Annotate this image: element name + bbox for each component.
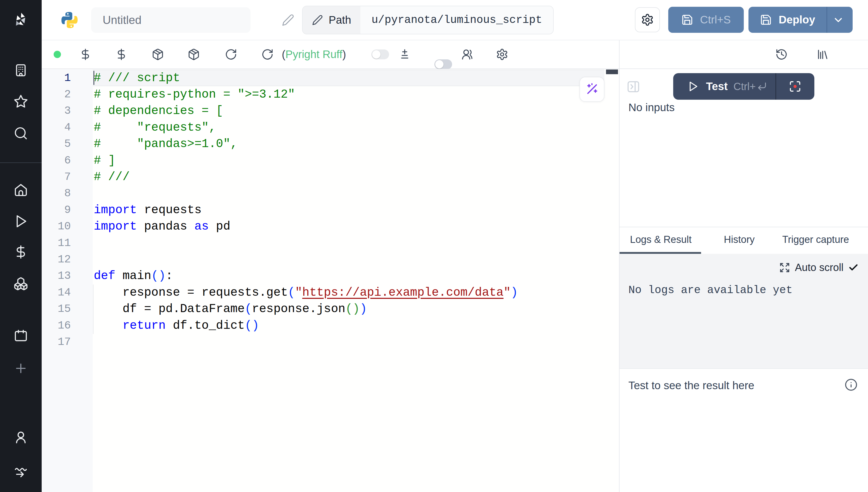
code-line[interactable]: 11 (42, 235, 619, 251)
code-line[interactable]: 9import requests (42, 202, 619, 218)
auto-scroll-toggle[interactable]: Auto scroll (779, 262, 859, 273)
code-line[interactable]: 1# /// script (42, 70, 619, 86)
variables-dollar-icon[interactable] (79, 48, 92, 60)
test-label: Test (706, 80, 728, 93)
auto-scroll-label: Auto scroll (795, 262, 844, 273)
code-line[interactable]: 6# ] (42, 152, 619, 169)
code-text: # requires-python = ">=3.12" (71, 88, 295, 101)
test-shortcut: Ctrl+ (733, 81, 767, 92)
text-cursor (94, 71, 94, 85)
multiplayer-toggle[interactable] (434, 59, 452, 69)
package-icon[interactable] (151, 48, 164, 60)
search-icon[interactable] (14, 126, 28, 141)
path-value[interactable]: u/pyranota/luminous_script (360, 6, 553, 34)
code-line[interactable]: 10import pandas as pd (42, 218, 619, 235)
package-icon[interactable] (188, 48, 200, 60)
line-number: 13 (42, 270, 71, 282)
capture-focus-icon (789, 80, 801, 93)
favorites-star-icon[interactable] (14, 94, 28, 109)
ai-assistant-button[interactable] (579, 77, 604, 102)
script-path-field[interactable]: Path u/pyranota/luminous_script (302, 6, 554, 34)
no-inputs-message: No inputs (628, 101, 675, 114)
user-account-icon[interactable] (14, 430, 28, 445)
diff-mode-toggle[interactable] (371, 49, 389, 59)
save-shortcut-label: Ctrl+S (700, 14, 731, 26)
editor-settings-gear-icon[interactable] (496, 48, 508, 60)
code-line[interactable]: 16 return df.to_dict() (42, 317, 619, 334)
add-plus-icon[interactable] (14, 361, 28, 376)
workspace-icon[interactable] (14, 63, 28, 78)
resources-dollar-icon[interactable] (115, 48, 128, 60)
code-editor[interactable]: 1# /// script2# requires-python = ">=3.1… (42, 69, 619, 492)
plus-minus-diff-icon (399, 48, 411, 60)
resources-boxes-icon[interactable] (14, 276, 28, 291)
toggle-knob (372, 50, 381, 58)
app-sidebar (0, 0, 42, 492)
edit-path-pencil-icon (312, 15, 323, 25)
result-hint-message: Test to see the result here (628, 379, 754, 392)
code-line[interactable]: 5# "pandas>=1.0", (42, 136, 619, 152)
sidebar-divider (0, 163, 42, 163)
deploy-button[interactable]: Deploy (748, 7, 853, 33)
result-section: Test to see the result here (620, 368, 868, 492)
line-number: 12 (42, 253, 71, 266)
script-title-input[interactable]: Untitled (91, 7, 250, 33)
code-text: import requests (71, 203, 201, 217)
variables-dollar-icon[interactable] (14, 245, 28, 259)
toggle-knob (435, 60, 443, 69)
code-line[interactable]: 17 (42, 334, 619, 350)
code-text: def main(): (71, 269, 173, 283)
indent-guide (93, 285, 94, 334)
script-title-value: Untitled (103, 14, 141, 27)
deploy-options-chevron-down-icon[interactable] (832, 14, 844, 26)
line-number: 3 (42, 105, 71, 117)
capture-test-button[interactable] (776, 80, 814, 93)
python-language-icon (61, 11, 78, 29)
deploy-save-icon (760, 14, 772, 26)
code-text: # dependencies = [ (71, 104, 223, 118)
tab-history[interactable]: History (717, 227, 762, 254)
collapse-panel-icon[interactable] (626, 79, 641, 94)
code-line[interactable]: 8 (42, 186, 619, 202)
refresh-icon[interactable] (261, 48, 274, 60)
tab-trigger-capture[interactable]: Trigger capture (775, 227, 856, 254)
line-number: 14 (42, 286, 71, 299)
runs-play-icon[interactable] (14, 214, 28, 228)
code-line[interactable]: 15 df = pd.DataFrame(response.json()) (42, 301, 619, 317)
test-panel: Test Ctrl+ No inputs Logs & ResultHistor… (619, 40, 868, 492)
return-key-icon (757, 81, 767, 92)
code-line[interactable]: 13def main(): (42, 268, 619, 284)
info-icon[interactable] (845, 378, 858, 391)
top-header: Untitled Path u/pyranota/luminous_script… (42, 0, 868, 40)
magic-wand-icon (585, 82, 599, 96)
gear-icon (641, 13, 654, 26)
code-text: # "pandas>=1.0", (71, 137, 238, 151)
editor-scrollbar-thumb[interactable] (606, 70, 618, 74)
line-number: 5 (42, 138, 71, 150)
code-line[interactable]: 7# /// (42, 169, 619, 185)
home-icon[interactable] (14, 183, 28, 197)
code-line[interactable]: 3# dependencies = [ (42, 103, 619, 119)
code-line[interactable]: 12 (42, 251, 619, 268)
line-number: 1 (42, 72, 71, 84)
test-run-button[interactable]: Test Ctrl+ (673, 73, 814, 100)
line-number: 15 (42, 303, 71, 315)
code-text: # /// script (71, 71, 180, 85)
edit-title-pencil-icon[interactable] (282, 14, 294, 26)
status-dot (54, 51, 61, 58)
code-line[interactable]: 4# "requests", (42, 119, 619, 136)
lint-status-label: (Pyright Ruff) (282, 48, 346, 60)
code-line[interactable]: 14 response = requests.get("https://api.… (42, 284, 619, 301)
windmill-logo[interactable] (12, 11, 30, 30)
script-settings-button[interactable] (635, 7, 660, 32)
line-number: 6 (42, 154, 71, 167)
tab-logs-result[interactable]: Logs & Result (620, 227, 701, 254)
refresh-icon[interactable] (225, 48, 237, 60)
save-draft-button[interactable]: Ctrl+S (668, 7, 744, 33)
history-icon[interactable] (775, 48, 788, 60)
exit-flow-arrow-icon[interactable] (14, 465, 28, 480)
library-icon[interactable] (816, 48, 829, 60)
schedules-calendar-icon[interactable] (14, 328, 28, 343)
save-icon (681, 14, 693, 26)
code-line[interactable]: 2# requires-python = ">=3.12" (42, 86, 619, 103)
